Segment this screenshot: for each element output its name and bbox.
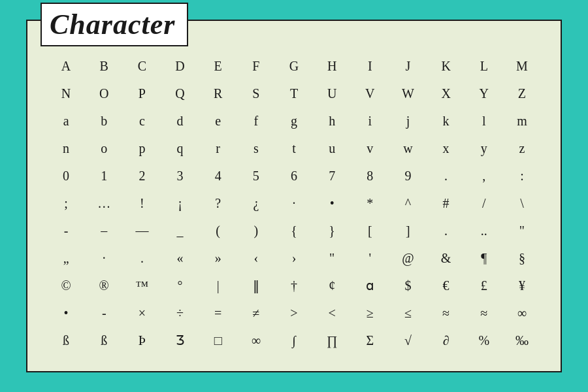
char-cell: E [199, 54, 237, 78]
char-cell: ® [85, 273, 123, 298]
char-cell: < [313, 301, 351, 325]
char-cell: # [427, 191, 465, 216]
char-cell: ¶ [465, 246, 503, 270]
char-cell: X [427, 81, 465, 106]
char-cell: Q [161, 81, 199, 106]
char-cell: l [465, 108, 503, 133]
char-cell: £ [465, 273, 503, 298]
char-cell: 1 [85, 163, 123, 188]
char-cell: e [199, 108, 237, 133]
char-cell: C [123, 54, 161, 78]
char-cell: ! [123, 191, 161, 216]
char-cell: · [275, 191, 313, 216]
char-cell: o [85, 136, 123, 161]
char-cell: ß [85, 328, 123, 353]
char-cell: L [465, 54, 503, 78]
char-cell: b [85, 108, 123, 133]
char-cell: ∏ [313, 328, 351, 353]
char-cell: / [465, 191, 503, 216]
char-cell: f [237, 108, 275, 133]
char-cell: √ [389, 328, 427, 353]
char-cell: V [351, 81, 389, 106]
char-cell: T [275, 81, 313, 106]
char-cell: g [275, 108, 313, 133]
char-cell: ∞ [503, 301, 541, 325]
char-cell: , [465, 163, 503, 188]
char-cell: B [85, 54, 123, 78]
char-cell: j [389, 108, 427, 133]
char-cell: c [123, 108, 161, 133]
char-cell: % [465, 328, 503, 353]
char-cell: € [427, 273, 465, 298]
char-cell: 5 [237, 163, 275, 188]
char-cell: ( [199, 218, 237, 243]
char-cell: } [313, 218, 351, 243]
char-cell: p [123, 136, 161, 161]
char-cell: G [275, 54, 313, 78]
char-cell: U [313, 81, 351, 106]
char-cell: \ [503, 191, 541, 216]
char-cell: ∞ [237, 328, 275, 353]
char-cell: I [351, 54, 389, 78]
char-cell: A [47, 54, 85, 78]
char-cell: P [123, 81, 161, 106]
title-text: Character [50, 8, 175, 41]
char-cell: q [161, 136, 199, 161]
char-cell: & [427, 246, 465, 270]
char-cell: F [237, 54, 275, 78]
char-cell: • [313, 191, 351, 216]
char-cell: „ [47, 246, 85, 270]
char-cell: ¡ [161, 191, 199, 216]
char-cell: ; [47, 191, 85, 216]
char-cell: W [389, 81, 427, 106]
char-cell: 9 [389, 163, 427, 188]
char-cell: Ʒ [161, 328, 199, 353]
char-cell: ? [199, 191, 237, 216]
char-cell: … [85, 191, 123, 216]
main-card: Character ABCDEFGHIJKLMNOPQRSTUVWXYZabcd… [26, 20, 562, 372]
char-cell: O [85, 81, 123, 106]
char-cell: ¿ [237, 191, 275, 216]
char-cell: · [85, 246, 123, 270]
char-cell: ≈ [427, 301, 465, 325]
char-cell: @ [389, 246, 427, 270]
char-cell: § [503, 246, 541, 270]
char-cell: " [503, 218, 541, 243]
char-cell: z [503, 136, 541, 161]
char-cell: 2 [123, 163, 161, 188]
char-cell: a [47, 108, 85, 133]
char-cell: ) [237, 218, 275, 243]
char-cell: M [503, 54, 541, 78]
char-cell: ' [351, 246, 389, 270]
char-cell: □ [199, 328, 237, 353]
char-cell: ≤ [389, 301, 427, 325]
char-cell: ≈ [465, 301, 503, 325]
char-cell: ¢ [313, 273, 351, 298]
char-cell: - [85, 301, 123, 325]
char-cell: ß [47, 328, 85, 353]
char-cell: ] [389, 218, 427, 243]
char-cell: { [275, 218, 313, 243]
char-cell: m [503, 108, 541, 133]
char-cell: © [47, 273, 85, 298]
char-cell: s [237, 136, 275, 161]
char-cell: † [275, 273, 313, 298]
char-cell: i [351, 108, 389, 133]
char-cell: D [161, 54, 199, 78]
char-cell: Z [503, 81, 541, 106]
char-cell: › [275, 246, 313, 270]
char-cell: × [123, 301, 161, 325]
char-cell: h [313, 108, 351, 133]
char-cell: t [275, 136, 313, 161]
char-cell: " [313, 246, 351, 270]
char-cell: « [161, 246, 199, 270]
char-cell: ∫ [275, 328, 313, 353]
char-cell: r [199, 136, 237, 161]
char-cell: 0 [47, 163, 85, 188]
char-cell: Σ [351, 328, 389, 353]
char-cell: Þ [123, 328, 161, 353]
char-cell: * [351, 191, 389, 216]
char-cell: w [389, 136, 427, 161]
char-cell: 4 [199, 163, 237, 188]
char-cell: » [199, 246, 237, 270]
